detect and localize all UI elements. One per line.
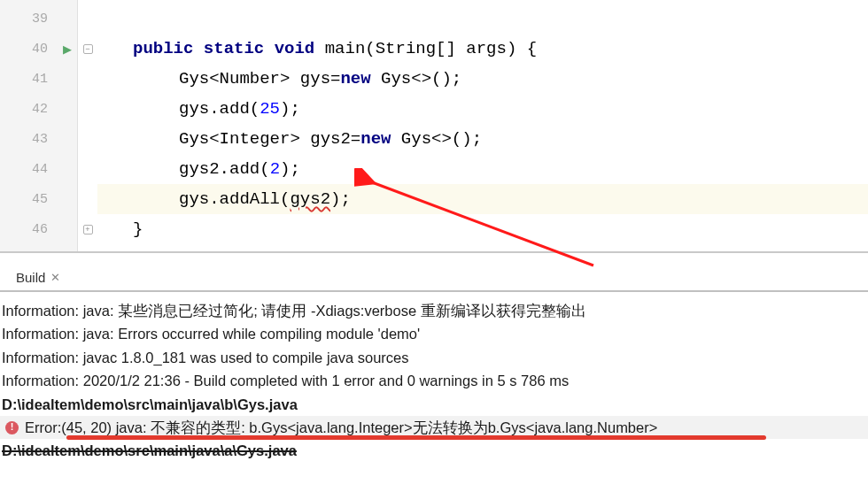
run-gutter-row[interactable]: ▶ — [57, 34, 77, 64]
tool-window-tabs: Build ✕ — [0, 265, 868, 288]
line-number: 39 — [12, 4, 57, 34]
line-number: 40 — [12, 34, 57, 64]
build-tab[interactable]: Build — [16, 270, 50, 285]
line-number: 45 — [12, 184, 57, 214]
code-token: } — [133, 219, 143, 239]
code-token: new — [340, 69, 381, 88]
error-icon: ! — [5, 421, 19, 434]
build-info-message: Information: java: 某些消息已经过简化; 请使用 -Xdiag… — [0, 299, 868, 322]
code-token: gys.addAll( — [179, 189, 290, 209]
fold-gutter-row — [78, 184, 97, 214]
fold-gutter-row — [78, 154, 97, 184]
line-number-gutter: 3940414243444546 — [12, 0, 57, 251]
run-gutter: ▶ — [57, 0, 78, 251]
build-info-message: Information: javac 1.8.0_181 was used to… — [0, 346, 868, 369]
code-token: ); — [280, 159, 300, 179]
fold-gutter-row[interactable]: − — [78, 34, 97, 64]
code-line[interactable]: gys2.add(2); — [97, 154, 868, 184]
build-info-message: Information: 2020/1/2 21:36 - Build comp… — [0, 369, 868, 392]
code-token: gys.add( — [179, 99, 260, 119]
code-line[interactable]: gys.addAll(gys2); — [97, 184, 868, 214]
code-line[interactable]: public static void main(String[] args) { — [97, 34, 868, 64]
run-gutter-row — [57, 64, 77, 94]
code-token: Gys<Number> gys= — [179, 69, 340, 88]
code-token: gys2 — [290, 189, 330, 209]
code-token: Gys<>(); — [381, 69, 461, 88]
code-line[interactable] — [97, 4, 868, 34]
build-tool-window: Build ✕ Information: java: 某些消息已经过简化; 请使… — [0, 252, 868, 463]
build-messages[interactable]: Information: java: 某些消息已经过简化; 请使用 -Xdiag… — [0, 292, 868, 463]
code-token: ); — [330, 189, 351, 209]
close-icon[interactable]: ✕ — [50, 271, 60, 284]
line-number: 41 — [12, 64, 57, 94]
code-token: Gys<>(); — [401, 129, 482, 149]
fold-expand-icon[interactable]: + — [83, 225, 93, 234]
fold-gutter-row — [78, 124, 97, 154]
run-gutter-row — [57, 184, 77, 214]
line-number: 43 — [12, 124, 57, 154]
code-line[interactable]: } — [97, 214, 868, 244]
line-number: 44 — [12, 154, 57, 184]
fold-gutter-row — [78, 4, 97, 34]
fold-gutter-row — [78, 94, 97, 124]
code-line[interactable]: Gys<Number> gys=new Gys<>(); — [97, 64, 868, 94]
fold-collapse-icon[interactable]: − — [83, 44, 93, 54]
code-line[interactable]: gys.add(25); — [97, 94, 868, 124]
fold-gutter: −+ — [78, 0, 97, 251]
run-gutter-row — [57, 124, 77, 154]
build-file-link[interactable]: D:\idealtem\demo\src\main\java\a\Gys.jav… — [0, 439, 868, 462]
annotation-underline — [66, 435, 766, 440]
code-token: gys2.add( — [179, 159, 270, 179]
code-editor[interactable]: 3940414243444546 ▶ −+ public static void… — [0, 0, 868, 252]
run-gutter-row — [57, 4, 77, 34]
code-token: Gys<Integer> gys2= — [179, 129, 360, 149]
code-content[interactable]: public static void main(String[] args) {… — [97, 0, 868, 251]
run-gutter-row — [57, 214, 77, 244]
build-error-message[interactable]: !Error:(45, 20) java: 不兼容的类型: b.Gys<java… — [0, 416, 868, 439]
code-token: 25 — [260, 99, 280, 119]
line-number: 46 — [12, 214, 57, 244]
fold-gutter-row[interactable]: + — [78, 214, 97, 244]
line-number: 42 — [12, 94, 57, 124]
build-file-link[interactable]: D:\idealtem\demo\src\main\java\b\Gys.jav… — [0, 393, 868, 416]
run-gutter-row — [57, 154, 77, 184]
code-token: ); — [280, 99, 300, 119]
code-line[interactable]: Gys<Integer> gys2=new Gys<>(); — [97, 124, 868, 154]
code-token: void — [275, 39, 325, 58]
fold-gutter-row — [78, 64, 97, 94]
run-icon[interactable]: ▶ — [63, 42, 72, 56]
code-token: new — [360, 129, 401, 149]
margin-strip — [0, 0, 12, 251]
code-token: static — [204, 39, 275, 58]
code-token: public — [133, 39, 204, 58]
code-token: main(String[] args) { — [325, 39, 537, 58]
code-token: 2 — [270, 159, 280, 179]
run-gutter-row — [57, 94, 77, 124]
build-info-message: Information: java: Errors occurred while… — [0, 322, 868, 345]
